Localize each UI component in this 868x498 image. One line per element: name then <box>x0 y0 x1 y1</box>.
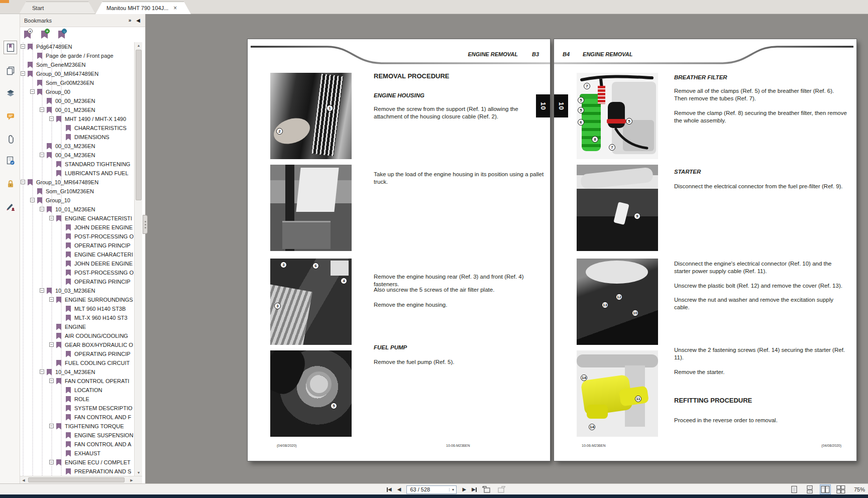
page-number-input[interactable]: 63 / 528 ▼ <box>406 485 457 494</box>
collapse-expander-icon[interactable]: − <box>49 379 54 383</box>
bookmark-item[interactable]: −FAN CONTROL OPERATI <box>20 377 134 386</box>
bookmark-item[interactable]: −GEAR BOX/HYDRAULIC O <box>20 340 134 349</box>
bookmark-item[interactable]: ROLE <box>20 395 134 404</box>
collapse-expander-icon[interactable]: − <box>49 297 54 302</box>
page-dropdown-icon[interactable]: ▼ <box>449 488 456 491</box>
scroll-down-icon[interactable]: ▼ <box>135 469 143 476</box>
collapse-expander-icon[interactable]: − <box>49 424 54 428</box>
collapse-expander-icon[interactable]: − <box>21 44 25 49</box>
tab-document[interactable]: Manitou MHT 790 104J... × <box>95 2 191 14</box>
bookmarks-panel-icon[interactable] <box>4 41 17 54</box>
bookmark-item[interactable]: −ENGINE SURROUNDINGS <box>20 295 134 304</box>
bookmark-item[interactable]: 00_03_M236EN <box>20 142 134 151</box>
collapse-expander-icon[interactable]: − <box>21 71 25 76</box>
scroll-left-icon[interactable]: ◀ <box>20 476 27 484</box>
layers-icon[interactable] <box>4 86 17 100</box>
collapse-expander-icon[interactable]: − <box>30 89 35 94</box>
bookmark-item[interactable]: ENGINE CHARACTERI <box>20 250 134 259</box>
page-thumbnails-icon[interactable] <box>4 63 17 77</box>
bookmark-item[interactable]: −10_04_M236EN <box>20 367 134 377</box>
comments-icon[interactable] <box>4 109 17 123</box>
bookmark-item[interactable]: LUBRICANTS AND FUEL <box>20 169 134 178</box>
bookmark-item[interactable]: −10_01_M236EN <box>20 205 134 214</box>
bookmark-item[interactable]: FAN CONTROL AND F <box>20 413 134 422</box>
bookmark-item[interactable]: −Group_00_MR647489EN <box>20 69 134 78</box>
bookmark-item[interactable]: OPERATING PRINCIP <box>20 277 134 286</box>
bookmark-item[interactable]: Page de garde / Front page <box>20 51 134 60</box>
certificates-icon[interactable] <box>4 154 17 167</box>
bookmark-item[interactable]: JOHN DEERE ENGINE <box>20 259 134 268</box>
attachments-icon[interactable] <box>4 133 17 146</box>
bookmark-item[interactable]: Som_Gr10M236EN <box>20 187 134 196</box>
next-page-button[interactable]: ▶ <box>462 487 466 492</box>
bookmark-item[interactable]: ENGINE <box>20 322 134 331</box>
bookmark-item[interactable]: −TIGHTENING TORQUE <box>20 422 134 431</box>
bookmark-item[interactable]: PREPARATION AND S <box>20 467 134 476</box>
bookmark-item[interactable]: 00_00_M236EN <box>20 96 134 105</box>
scroll-right-icon[interactable]: ▶ <box>128 476 135 484</box>
close-tab-icon[interactable]: × <box>173 6 177 11</box>
bookmark-item[interactable]: −ENGINE ECU / COMPLET <box>20 458 134 467</box>
collapse-expander-icon[interactable]: − <box>40 288 44 293</box>
bookmark-item[interactable]: −ENGINE CHARACTERISTI <box>20 214 134 223</box>
delete-bookmark-button[interactable]: × <box>24 31 31 39</box>
collapse-expander-icon[interactable]: − <box>40 207 44 211</box>
two-page-view-icon[interactable] <box>820 484 831 494</box>
collapse-expander-icon[interactable]: − <box>49 460 54 464</box>
expand-panel-icon[interactable]: » <box>129 18 132 23</box>
bookmark-item[interactable]: −Group_00 <box>20 87 134 96</box>
bookmark-item[interactable]: LOCATION <box>20 386 134 395</box>
collapse-expander-icon[interactable]: − <box>49 216 54 220</box>
app-menu-accent[interactable] <box>0 0 9 3</box>
bookmark-item[interactable]: MLT 960 H140 ST3B <box>20 304 134 313</box>
collapse-expander-icon[interactable]: − <box>30 198 35 202</box>
bookmarks-vertical-scrollbar[interactable]: ▲ ▼ <box>134 42 142 476</box>
security-lock-icon[interactable] <box>4 177 17 190</box>
bookmark-item[interactable]: POST-PROCESSING O <box>20 268 134 277</box>
collapse-expander-icon[interactable]: − <box>40 153 44 157</box>
collapse-expander-icon[interactable]: − <box>49 342 54 347</box>
add-bookmark-button[interactable]: + <box>41 31 48 39</box>
next-view-button[interactable] <box>497 486 506 493</box>
bookmark-item[interactable]: EXHAUST <box>20 449 134 458</box>
previous-view-button[interactable] <box>482 486 491 493</box>
collapse-expander-icon[interactable]: − <box>40 107 44 112</box>
bookmark-item[interactable]: POST-PROCESSING O <box>20 232 134 241</box>
bookmark-item[interactable]: FUEL COOLING CIRCUIT <box>20 358 134 367</box>
collapse-panel-icon[interactable]: ◀ <box>136 18 140 23</box>
single-page-view-icon[interactable] <box>789 484 800 494</box>
taskbar[interactable] <box>0 494 868 498</box>
bookmarks-horizontal-scrollbar[interactable]: ◀ ▶ <box>20 476 142 483</box>
page-indicator-value[interactable]: 63 / 528 <box>407 486 449 492</box>
bookmark-item[interactable]: −MHT 1490 / MHT-X 1490 <box>20 114 134 123</box>
bookmark-item[interactable]: ENGINE SUSPENSION <box>20 431 134 440</box>
collapse-expander-icon[interactable]: − <box>21 180 25 184</box>
bookmark-item[interactable]: MLT-X 960 H140 ST3 <box>20 313 134 322</box>
scroll-up-icon[interactable]: ▲ <box>135 42 143 49</box>
bookmark-item[interactable]: OPERATING PRINCIP <box>20 349 134 358</box>
signature-icon[interactable] <box>4 200 17 213</box>
continuous-view-icon[interactable] <box>804 484 815 494</box>
bookmark-item[interactable]: SYSTEM DESCRIPTIO <box>20 404 134 413</box>
previous-page-button[interactable]: ◀ <box>397 487 401 492</box>
bookmark-item[interactable]: CHARACTERISTICS <box>20 123 134 133</box>
collapse-expander-icon[interactable]: − <box>40 369 44 374</box>
collapse-expander-icon[interactable]: − <box>49 116 54 121</box>
bookmark-item[interactable]: −00_01_M236EN <box>20 105 134 114</box>
bookmark-item[interactable]: Som_Gr00M236EN <box>20 78 134 87</box>
zoom-level-value[interactable]: 75% <box>854 486 865 492</box>
vertical-scroll-thumb[interactable] <box>136 50 142 200</box>
tab-start[interactable]: Start <box>19 2 95 14</box>
two-page-continuous-view-icon[interactable] <box>835 484 846 494</box>
bookmark-item[interactable]: −10_03_M236EN <box>20 286 134 295</box>
last-page-button[interactable]: ▶ <box>472 487 477 492</box>
bookmark-item[interactable]: Som_GeneM236EN <box>20 60 134 69</box>
goto-bookmark-button[interactable]: → <box>58 31 65 39</box>
horizontal-scroll-thumb[interactable] <box>28 477 125 482</box>
bookmark-item[interactable]: DIMENSIONS <box>20 133 134 142</box>
panel-splitter-handle[interactable] <box>143 215 148 234</box>
bookmark-item[interactable]: AIR COOLING/COOLING <box>20 331 134 340</box>
first-page-button[interactable]: ◀ <box>387 487 392 492</box>
bookmark-item[interactable]: −Pdg647489EN <box>20 42 134 51</box>
bookmark-item[interactable]: −Group_10_MR647489EN <box>20 178 134 187</box>
